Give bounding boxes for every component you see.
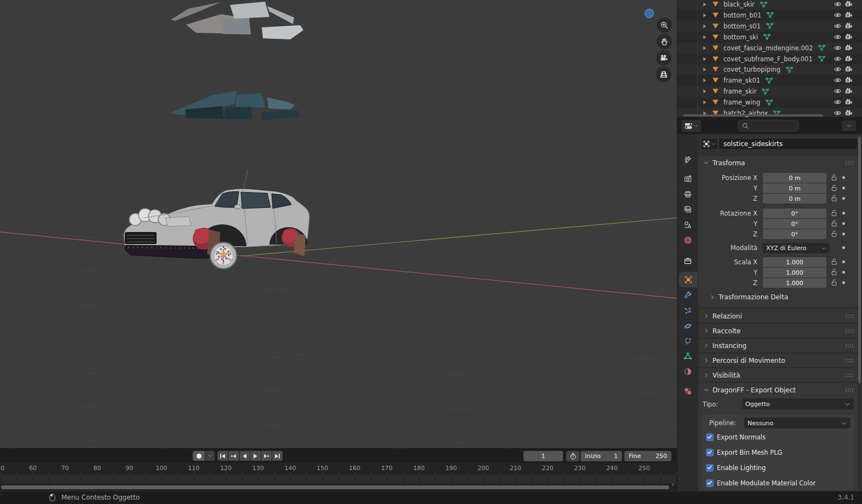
expand-arrow-icon[interactable] (702, 23, 708, 30)
disable-in-renders-toggle[interactable] (844, 0, 853, 8)
animate-dot[interactable] (842, 271, 845, 274)
hide-in-viewport-toggle[interactable] (834, 55, 842, 63)
object-name-label[interactable]: black_skir (723, 0, 755, 10)
delta-transform-subpanel-header[interactable]: Trasformazione Delta (709, 291, 788, 304)
panel-grip[interactable] (845, 388, 853, 392)
properties-vertical-scrollbar[interactable] (858, 137, 861, 383)
panel-grip[interactable] (845, 373, 853, 377)
viewport-canvas[interactable] (0, 0, 677, 449)
navigation-gizmo-axis-ball[interactable] (645, 9, 654, 18)
use-preview-range-button[interactable] (566, 451, 579, 461)
lock-icon[interactable] (830, 258, 838, 266)
disable-in-renders-toggle[interactable] (844, 98, 853, 106)
outliner-row[interactable]: covet_fascia_midengine.002 (677, 43, 862, 54)
outliner-row[interactable]: black_skir (677, 0, 862, 10)
tipo-dropdown[interactable]: Oggetto (742, 398, 854, 409)
region-collapse-arrow[interactable]: ‹ (671, 480, 674, 488)
dragonff-panel-header[interactable]: DragonFF - Export Object (698, 383, 858, 397)
rotation-x-field[interactable]: 0° (763, 208, 826, 218)
outliner-horizontal-scrollbar[interactable] (683, 114, 823, 117)
lock-icon[interactable] (830, 173, 838, 182)
tab-data[interactable] (677, 349, 698, 364)
lock-icon[interactable] (830, 219, 838, 228)
panel-raccolte[interactable]: Raccolte (698, 324, 858, 338)
animate-dot[interactable] (842, 187, 845, 189)
hide-in-viewport-toggle[interactable] (834, 98, 842, 106)
object-name-label[interactable]: bottom_s01 (723, 21, 761, 32)
expand-arrow-icon[interactable] (702, 77, 708, 84)
panel-instancing[interactable]: Instancing (698, 339, 858, 352)
auto-keying-options-dropdown[interactable] (205, 451, 215, 461)
pan-viewport-button[interactable] (657, 34, 672, 49)
disable-in-renders-toggle[interactable] (844, 33, 853, 41)
rotation-y-field[interactable]: 0° (763, 219, 826, 229)
play-button[interactable] (250, 451, 261, 461)
panel-relazioni[interactable]: Relazioni (698, 309, 858, 323)
hide-in-viewport-toggle[interactable] (834, 33, 842, 41)
jump-to-end-button[interactable] (272, 451, 283, 461)
disable-in-renders-toggle[interactable] (844, 65, 853, 73)
tab-world[interactable] (677, 233, 698, 248)
scale-z-field[interactable]: 1.000 (763, 278, 826, 288)
editor-separator[interactable] (0, 448, 677, 449)
object-name-label[interactable]: frame_skir (723, 86, 756, 97)
panel-grip[interactable] (845, 314, 853, 318)
expand-arrow-icon[interactable] (702, 12, 708, 19)
rotation-mode-dropdown[interactable]: XYZ di Eulero (763, 243, 830, 253)
lock-icon[interactable] (830, 209, 838, 217)
object-name-label[interactable]: covet_fascia_midengine.002 (723, 43, 813, 54)
expand-arrow-icon[interactable] (702, 99, 708, 106)
object-name-label[interactable]: covet_subframe_F_body.001 (723, 54, 813, 65)
panel-percorsi-di-movimento[interactable]: Percorsi di Movimento (698, 354, 858, 367)
hide-in-viewport-toggle[interactable] (834, 76, 842, 84)
object-name-label[interactable]: frame_sk01 (723, 75, 760, 86)
tab-object[interactable] (679, 272, 698, 287)
object-name-field[interactable]: solstice_sideskirts (719, 138, 858, 150)
outliner-row[interactable]: covet_subframe_F_body.001 (677, 54, 862, 65)
scale-x-field[interactable]: 1.000 (763, 257, 826, 267)
disable-in-renders-toggle[interactable] (844, 11, 853, 19)
frame-start-field[interactable]: Inizio 1 (581, 451, 622, 461)
previous-keyframe-button[interactable] (228, 451, 239, 461)
disable-in-renders-toggle[interactable] (844, 109, 853, 117)
animate-dot[interactable] (842, 197, 845, 200)
grid-viewport-button[interactable] (656, 67, 671, 82)
location-z-field[interactable]: 0 m (763, 194, 826, 204)
animate-dot[interactable] (842, 233, 845, 235)
expand-arrow-icon[interactable] (702, 34, 708, 40)
current-frame-field[interactable]: 1 (524, 451, 563, 461)
hide-in-viewport-toggle[interactable] (834, 22, 842, 30)
animate-dot[interactable] (842, 281, 845, 284)
outliner-row[interactable]: bottom_s01 (677, 21, 862, 32)
animate-dot[interactable] (842, 260, 845, 263)
panel-grip[interactable] (845, 344, 853, 347)
tab-view-layer[interactable] (677, 202, 698, 217)
animate-dot[interactable] (842, 212, 845, 215)
tab-collection[interactable] (677, 253, 698, 269)
timeline-tracks[interactable] (0, 475, 677, 484)
scale-y-field[interactable]: 1.000 (763, 268, 826, 277)
disable-in-renders-toggle[interactable] (844, 44, 853, 52)
checkbox-export-bin-mesh-plg[interactable] (706, 449, 714, 456)
lock-icon[interactable] (830, 184, 838, 192)
expand-arrow-icon[interactable] (702, 88, 708, 95)
disable-in-renders-toggle[interactable] (844, 76, 853, 84)
auto-keying-button-group[interactable] (193, 451, 215, 461)
outliner-row[interactable]: bottom_b01 (677, 10, 862, 21)
hide-in-viewport-toggle[interactable] (834, 0, 842, 8)
expand-arrow-icon[interactable] (702, 66, 708, 73)
panel-grip[interactable] (845, 358, 853, 362)
hide-in-viewport-toggle[interactable] (834, 87, 842, 95)
lock-icon[interactable] (830, 230, 838, 238)
next-keyframe-button[interactable] (261, 451, 272, 461)
object-name-label[interactable]: bottom_b01 (723, 10, 761, 21)
checkbox-enable-modulate-material-color[interactable] (706, 479, 714, 487)
rotation-z-field[interactable]: 0° (763, 229, 826, 239)
animate-dot[interactable] (842, 222, 845, 225)
tab-output[interactable] (677, 187, 698, 202)
object-name-label[interactable]: frame_wing (723, 97, 760, 108)
outliner-row[interactable]: frame_wing (677, 97, 862, 108)
disable-in-renders-toggle[interactable] (844, 87, 853, 95)
object-name-label[interactable]: bottom_ski (723, 32, 758, 43)
hide-in-viewport-toggle[interactable] (834, 65, 842, 73)
